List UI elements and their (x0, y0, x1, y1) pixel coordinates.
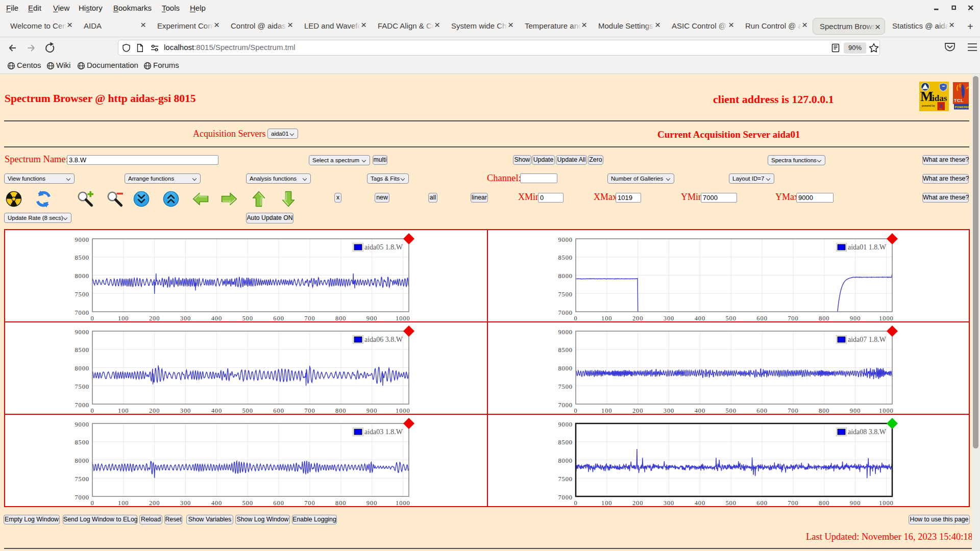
svg-text:700: 700 (304, 315, 315, 322)
svg-text:600: 600 (756, 315, 767, 322)
svg-text:400: 400 (211, 315, 222, 322)
svg-text:0: 0 (90, 499, 94, 507)
svg-text:8500: 8500 (558, 346, 573, 354)
svg-text:8500: 8500 (558, 439, 573, 446)
svg-text:0: 0 (574, 499, 577, 507)
svg-text:9000: 9000 (75, 236, 89, 243)
svg-text:500: 500 (242, 499, 253, 507)
svg-text:1000: 1000 (879, 315, 894, 322)
svg-text:aida01 1.8.W: aida01 1.8.W (848, 243, 887, 251)
svg-text:300: 300 (664, 407, 674, 414)
svg-text:700: 700 (788, 315, 798, 322)
svg-text:400: 400 (211, 407, 222, 414)
svg-text:1000: 1000 (396, 315, 410, 322)
svg-text:1000: 1000 (879, 407, 894, 414)
svg-text:0: 0 (574, 315, 577, 322)
svg-text:800: 800 (819, 407, 829, 414)
svg-text:900: 900 (366, 407, 377, 414)
svg-text:0: 0 (90, 407, 94, 414)
svg-text:900: 900 (850, 407, 861, 414)
svg-text:200: 200 (632, 315, 643, 322)
svg-text:7500: 7500 (75, 383, 89, 390)
svg-text:700: 700 (304, 499, 315, 507)
svg-text:100: 100 (601, 315, 612, 322)
svg-text:1000: 1000 (879, 499, 894, 507)
svg-text:100: 100 (601, 407, 612, 414)
svg-text:100: 100 (601, 499, 612, 507)
svg-text:7000: 7000 (75, 309, 89, 316)
svg-text:7500: 7500 (75, 291, 89, 298)
svg-text:200: 200 (149, 407, 160, 414)
svg-text:700: 700 (788, 499, 798, 507)
svg-text:8000: 8000 (558, 272, 573, 280)
svg-text:8500: 8500 (75, 346, 89, 354)
svg-text:500: 500 (725, 499, 736, 507)
svg-text:800: 800 (819, 315, 829, 322)
svg-text:8500: 8500 (75, 439, 89, 446)
svg-text:9000: 9000 (558, 421, 573, 428)
svg-text:600: 600 (273, 315, 284, 322)
svg-text:8000: 8000 (75, 457, 89, 464)
svg-text:0: 0 (90, 315, 94, 322)
svg-text:1000: 1000 (396, 407, 410, 414)
svg-text:7000: 7000 (75, 402, 89, 409)
svg-text:8000: 8000 (558, 365, 573, 372)
svg-text:300: 300 (664, 315, 674, 322)
svg-text:400: 400 (695, 407, 705, 414)
svg-text:800: 800 (335, 315, 346, 322)
svg-text:aida07 1.8.W: aida07 1.8.W (848, 336, 887, 343)
svg-text:600: 600 (756, 407, 767, 414)
svg-text:1000: 1000 (396, 499, 410, 507)
svg-text:100: 100 (118, 315, 129, 322)
svg-text:500: 500 (242, 407, 253, 414)
svg-text:400: 400 (695, 499, 705, 507)
svg-text:900: 900 (366, 499, 377, 507)
svg-text:0: 0 (574, 407, 577, 414)
svg-text:800: 800 (335, 499, 346, 507)
svg-text:7500: 7500 (558, 475, 573, 483)
svg-text:7000: 7000 (75, 494, 89, 501)
svg-text:300: 300 (180, 315, 191, 322)
svg-text:600: 600 (756, 499, 767, 507)
svg-text:700: 700 (788, 407, 798, 414)
svg-text:powered by: powered by (922, 105, 935, 107)
svg-text:8500: 8500 (75, 254, 89, 261)
svg-text:7000: 7000 (558, 494, 573, 501)
svg-text:500: 500 (725, 407, 736, 414)
svg-text:900: 900 (850, 499, 861, 507)
svg-text:7000: 7000 (558, 309, 573, 316)
svg-text:500: 500 (242, 315, 253, 322)
svg-text:7500: 7500 (558, 291, 573, 298)
svg-text:700: 700 (304, 407, 315, 414)
svg-text:aida08 3.8.W: aida08 3.8.W (848, 428, 887, 436)
svg-text:8500: 8500 (558, 254, 573, 261)
svg-text:800: 800 (335, 407, 346, 414)
svg-text:7000: 7000 (558, 402, 573, 409)
svg-text:7500: 7500 (558, 383, 573, 390)
svg-text:200: 200 (632, 407, 643, 414)
svg-text:500: 500 (725, 315, 736, 322)
svg-text:9000: 9000 (558, 236, 573, 243)
svg-text:800: 800 (819, 499, 829, 507)
svg-text:aida06 3.8.W: aida06 3.8.W (364, 336, 403, 343)
svg-text:TCL: TCL (954, 98, 964, 103)
svg-text:aida05 1.8.W: aida05 1.8.W (364, 243, 403, 251)
svg-text:9000: 9000 (75, 329, 89, 336)
svg-text:POWERED: POWERED (955, 106, 970, 109)
svg-text:900: 900 (850, 315, 861, 322)
svg-text:200: 200 (149, 499, 160, 507)
svg-text:9000: 9000 (75, 421, 89, 428)
svg-text:T C L: T C L (939, 108, 943, 110)
svg-text:300: 300 (180, 407, 191, 414)
svg-text:400: 400 (211, 499, 222, 507)
svg-text:8000: 8000 (558, 457, 573, 464)
svg-text:100: 100 (118, 499, 129, 507)
svg-text:idas: idas (932, 93, 947, 103)
svg-text:M: M (920, 89, 933, 104)
svg-text:400: 400 (695, 315, 705, 322)
svg-text:600: 600 (273, 499, 284, 507)
svg-text:aida03 1.8.W: aida03 1.8.W (364, 428, 403, 436)
svg-text:200: 200 (632, 499, 643, 507)
svg-text:7500: 7500 (75, 475, 89, 483)
svg-text:300: 300 (664, 499, 674, 507)
